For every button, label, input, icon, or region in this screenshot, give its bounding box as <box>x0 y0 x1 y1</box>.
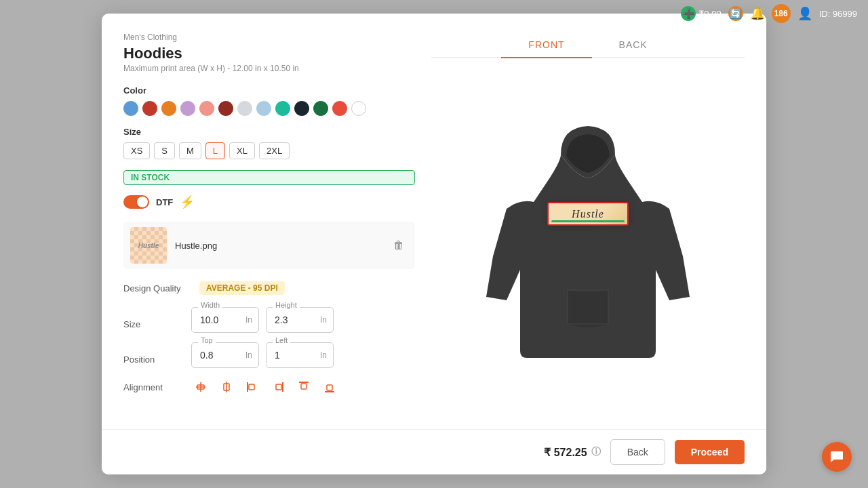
height-input-group: Height In <box>266 307 334 333</box>
file-name: Hustle.png <box>175 241 381 251</box>
position-input-label: Position <box>123 342 191 365</box>
svg-rect-6 <box>249 384 254 390</box>
top-input-group: Top In <box>191 342 259 368</box>
size-xl[interactable]: XL <box>229 142 255 159</box>
align-center-h-icon[interactable] <box>191 378 210 396</box>
alignment-icons <box>191 378 339 396</box>
color-swatch-dark-red[interactable] <box>142 101 157 116</box>
size-s[interactable]: S <box>154 142 175 159</box>
dtf-label: DTF <box>156 197 173 207</box>
svg-rect-12 <box>327 385 332 390</box>
dtf-row: DTF ⚡ <box>123 195 415 209</box>
size-xs[interactable]: XS <box>123 142 150 159</box>
color-swatch-pink[interactable] <box>199 101 214 116</box>
price-display: ₹ 572.25 ⓘ <box>544 446 600 459</box>
user-id: ID: 96999 <box>819 9 857 19</box>
size-2xl[interactable]: 2XL <box>259 142 290 159</box>
top-unit: In <box>245 350 252 360</box>
design-quality-badge: AVERAGE - 95 DPI <box>199 281 285 295</box>
delete-file-button[interactable]: 🗑 <box>389 238 408 253</box>
file-thumbnail: Hustle <box>130 227 167 264</box>
color-swatch-lavender[interactable] <box>180 101 195 116</box>
hoodie-preview: Hustle <box>479 72 696 420</box>
left-panel: Men's Clothing Hoodies Maximum print are… <box>123 33 415 420</box>
balance-display[interactable]: ➕ ₹0.00 <box>681 6 721 21</box>
width-input-group: Width In <box>191 307 259 333</box>
file-thumb-text: Hustle <box>130 227 167 264</box>
top-label: Top <box>198 336 216 344</box>
product-title: Hoodies <box>123 45 415 62</box>
svg-rect-8 <box>276 384 281 390</box>
size-input-row: Size Width In Height In <box>123 307 415 333</box>
color-swatch-sage[interactable] <box>256 101 271 116</box>
align-right-icon[interactable] <box>269 378 288 396</box>
hoodie-svg: Hustle <box>479 121 696 371</box>
tab-front[interactable]: FRONT <box>501 33 591 58</box>
color-swatch-red[interactable] <box>332 101 347 116</box>
lightning-icon: ⚡ <box>180 195 195 209</box>
position-input-row: Position Top In Left In <box>123 342 415 368</box>
avatar[interactable]: 186 <box>772 4 791 23</box>
color-swatch-orange[interactable] <box>161 101 176 116</box>
height-label: Height <box>273 301 300 309</box>
color-swatches <box>123 101 415 116</box>
left-label: Left <box>273 336 290 344</box>
toggle-knob <box>137 197 148 207</box>
size-buttons: XS S M L XL 2XL <box>123 142 415 159</box>
right-panel: FRONT BACK <box>431 33 745 420</box>
size-m[interactable]: M <box>179 142 201 159</box>
design-overlay: Hustle <box>547 202 629 226</box>
align-center-v-icon[interactable] <box>217 378 236 396</box>
design-text: Hustle <box>572 208 604 220</box>
alignment-row: Alignment <box>123 378 415 396</box>
tab-back[interactable]: BACK <box>592 33 675 58</box>
width-label: Width <box>198 301 222 309</box>
dtf-toggle[interactable] <box>123 195 149 209</box>
color-swatch-burgundy[interactable] <box>218 101 233 116</box>
refresh-icon[interactable]: 🔄 <box>728 6 743 21</box>
modal-footer: ₹ 572.25 ⓘ Back Proceed <box>102 429 766 474</box>
align-bottom-icon[interactable] <box>320 378 339 396</box>
size-input-label: Size <box>123 307 191 329</box>
left-unit: In <box>320 350 327 360</box>
color-swatch-dark-navy[interactable] <box>294 101 309 116</box>
user-icon[interactable]: 👤 <box>797 6 812 21</box>
breadcrumb: Men's Clothing <box>123 33 415 42</box>
info-icon[interactable]: ⓘ <box>591 446 601 458</box>
color-swatch-dark-green[interactable] <box>313 101 328 116</box>
color-swatch-blue[interactable] <box>123 101 138 116</box>
color-swatch-white[interactable] <box>351 101 366 116</box>
align-top-icon[interactable] <box>294 378 313 396</box>
back-button[interactable]: Back <box>610 439 665 465</box>
bell-icon[interactable]: 🔔 <box>750 6 765 21</box>
proceed-button[interactable]: Proceed <box>675 440 745 464</box>
price-value: ₹ 572.25 <box>544 446 587 459</box>
product-subtitle: Maximum print area (W x H) - 12.00 in x … <box>123 64 415 73</box>
color-label: Color <box>123 85 415 96</box>
height-unit: In <box>320 315 327 325</box>
color-swatch-teal[interactable] <box>275 101 290 116</box>
in-stock-badge: IN STOCK <box>123 170 415 185</box>
modal-body: Men's Clothing Hoodies Maximum print are… <box>102 14 766 474</box>
color-swatch-light-gray[interactable] <box>237 101 252 116</box>
width-unit: In <box>245 315 252 325</box>
add-balance-icon[interactable]: ➕ <box>681 6 696 21</box>
align-left-icon[interactable] <box>243 378 262 396</box>
file-row: Hustle Hustle.png 🗑 <box>123 222 415 269</box>
size-label: Size <box>123 127 415 137</box>
product-modal: Men's Clothing Hoodies Maximum print are… <box>102 14 766 474</box>
chat-button[interactable] <box>822 442 852 472</box>
tabs-row: FRONT BACK <box>431 33 745 58</box>
design-quality-row: Design Quality AVERAGE - 95 DPI <box>123 281 415 295</box>
size-l[interactable]: L <box>205 142 225 159</box>
left-input-group: Left In <box>266 342 334 368</box>
alignment-label: Alignment <box>123 382 191 392</box>
topbar: ➕ ₹0.00 🔄 🔔 186 👤 ID: 96999 <box>670 0 868 27</box>
hoodie-image <box>479 121 696 371</box>
svg-rect-10 <box>301 384 307 389</box>
design-quality-label: Design Quality <box>123 283 191 293</box>
